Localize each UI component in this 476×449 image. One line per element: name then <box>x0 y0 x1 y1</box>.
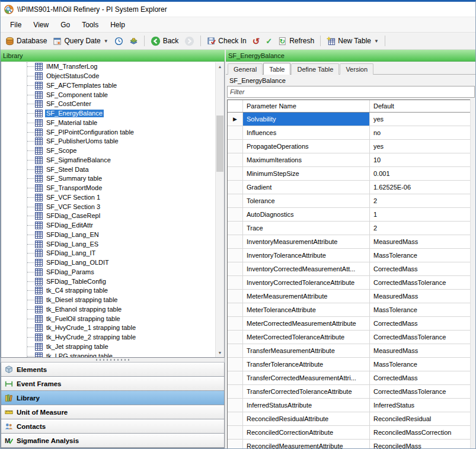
tab-define-table[interactable]: Define Table <box>291 63 339 75</box>
layers-button[interactable] <box>127 36 140 47</box>
undo-button[interactable]: ↺ <box>250 36 263 46</box>
row-selector-cell[interactable] <box>228 303 243 316</box>
row-selector-cell[interactable] <box>228 194 243 207</box>
row-selector-cell[interactable] <box>228 412 243 425</box>
parameter-name-cell[interactable]: MeterToleranceAttribute <box>243 303 370 316</box>
nav-contacts[interactable]: Contacts <box>1 419 224 434</box>
default-value-cell[interactable]: 2 <box>370 194 470 207</box>
table-row[interactable]: Influencesno <box>228 126 470 140</box>
row-selector-cell[interactable] <box>228 140 243 153</box>
tree-item-sfdiag-lang-oldit[interactable]: SFDiag_Lang_OLDIT <box>1 258 216 268</box>
tree-item-tk-c4-strapping-table[interactable]: tk_C4 strapping table <box>1 286 216 296</box>
tree-item-sf-vcf-section-1[interactable]: SF_VCF Section 1 <box>1 193 216 203</box>
tree-item-sf-vcf-section-3[interactable]: SF_VCF Section 3 <box>1 202 216 211</box>
default-value-cell[interactable]: CorrectedMassTolerance <box>370 331 470 344</box>
parameter-name-cell[interactable]: TransferCorrectedToleranceAttribute <box>243 385 370 398</box>
tree-item-tk-jet-strapping-table[interactable]: tk_Jet strapping table <box>1 342 216 352</box>
parameter-name-cell[interactable]: Trace <box>243 222 370 235</box>
tree-item-sf-afctemplates-table[interactable]: SF_AFCTemplates table <box>1 81 216 91</box>
default-value-cell[interactable]: MassTolerance <box>370 303 470 316</box>
parameter-name-cell[interactable]: MeterMeasurementAttribute <box>243 290 370 303</box>
table-row[interactable]: MeterCorrectedToleranceAttributeCorrecte… <box>228 331 470 344</box>
table-row[interactable]: Tolerance2 <box>228 194 470 208</box>
table-row[interactable]: InventoryCorrectedToleranceAttributeCorr… <box>228 276 470 290</box>
default-value-cell[interactable]: 10 <box>370 153 470 166</box>
filter-input[interactable] <box>227 86 475 98</box>
tree-item-tk-fueloil-strapping-table[interactable]: tk_FuelOil strapping table <box>1 314 216 323</box>
table-row[interactable]: InventoryToleranceAttributeMassTolerance <box>228 249 470 262</box>
row-selector-cell[interactable] <box>228 181 243 194</box>
parameter-name-cell[interactable]: InferredStatusAttribute <box>243 399 370 412</box>
new-table-button[interactable]: New Table▼ <box>324 36 381 47</box>
tree-scrollbar[interactable]: ▲ ▼ <box>215 62 224 357</box>
default-value-cell[interactable]: CorrectedMass <box>370 262 470 275</box>
parameter-name-cell[interactable]: AutoDiagnostics <box>243 208 370 221</box>
row-selector-cell[interactable] <box>228 276 243 289</box>
row-selector-cell[interactable] <box>228 235 243 248</box>
panel-splitter[interactable] <box>1 358 225 363</box>
table-row[interactable]: MeterToleranceAttributeMassTolerance <box>228 303 470 317</box>
table-row[interactable]: InventoryMeasurementAttributeMeasuredMas… <box>228 235 470 249</box>
default-value-cell[interactable]: MeasuredMass <box>370 290 470 303</box>
tree-item-tk-lpg-strapping-table[interactable]: tk_LPG strapping table <box>1 351 216 357</box>
tree-item-sfdiag-params[interactable]: SFDiag_Params <box>1 268 216 277</box>
tree-item-sfdiag-lang-en[interactable]: SFDiag_Lang_EN <box>1 230 216 240</box>
row-selector-cell[interactable] <box>228 399 243 412</box>
tree-item-sf-publisheruoms-table[interactable]: SF_PublisherUoms table <box>1 137 216 146</box>
database-button[interactable]: Database <box>3 36 49 47</box>
table-row[interactable]: Gradient1.62525E-06 <box>228 181 470 194</box>
table-row[interactable]: MeterCorrectedMeasurementAttributeCorrec… <box>228 317 470 331</box>
table-row[interactable]: TransferCorrectedToleranceAttributeCorre… <box>228 385 470 399</box>
row-selector-cell[interactable] <box>228 426 243 439</box>
tab-version[interactable]: Version <box>340 63 373 75</box>
default-value-cell[interactable]: no <box>370 126 470 139</box>
nav-sigmafine-analysis[interactable]: MSigmafine Analysis <box>1 434 224 448</box>
table-row[interactable]: ▶Solvabilityyes <box>228 113 470 126</box>
nav-library[interactable]: Library <box>1 391 224 405</box>
menu-help[interactable]: Help <box>104 18 131 31</box>
default-value-cell[interactable]: yes <box>370 140 470 153</box>
back-button[interactable]: Back <box>148 35 181 47</box>
row-selector-cell[interactable] <box>228 153 243 166</box>
tree-item-sf-material-table[interactable]: SF_Material table <box>1 118 216 128</box>
row-selector-cell[interactable] <box>228 126 243 139</box>
default-value-cell[interactable]: MassTolerance <box>370 358 470 371</box>
tree-item-tk-hvycrude-1-strapping-table[interactable]: tk_HvyCrude_1 strapping table <box>1 323 216 333</box>
default-value-cell[interactable]: MeasuredMass <box>370 344 470 357</box>
tree-item-sf-summary-table[interactable]: SF_Summary table <box>1 174 216 184</box>
parameter-name-cell[interactable]: MaximumIterations <box>243 153 370 166</box>
chevron-down-icon[interactable]: ▼ <box>104 39 108 44</box>
default-value-cell[interactable]: 1.62525E-06 <box>370 181 470 194</box>
forward-button[interactable] <box>182 35 197 47</box>
grid-scrollbar[interactable] <box>470 100 475 448</box>
row-selector-cell[interactable] <box>228 331 243 344</box>
row-selector-cell[interactable] <box>228 167 243 180</box>
tree-item-sfdiag-lang-es[interactable]: SFDiag_Lang_ES <box>1 239 216 249</box>
default-value-cell[interactable]: 2 <box>370 222 470 235</box>
query-date-button[interactable]: Query Date▼ <box>50 36 110 47</box>
tree-item-sfdiag-lang-it[interactable]: SFDiag_Lang_IT <box>1 249 216 258</box>
row-selector-cell[interactable] <box>228 208 243 221</box>
tree-item-sf-sigmafinebalance[interactable]: SF_SigmafineBalance <box>1 156 216 165</box>
table-row[interactable]: AutoDiagnostics1 <box>228 208 470 222</box>
menu-file[interactable]: File <box>4 18 27 31</box>
parameter-name-cell[interactable]: Solvability <box>243 113 370 126</box>
row-selector-cell[interactable] <box>228 290 243 303</box>
table-row[interactable]: ReconciledMeasurementAttributeReconciled… <box>228 440 470 448</box>
tree-item-sf-steel-data[interactable]: SF_Steel Data <box>1 165 216 174</box>
parameter-name-cell[interactable]: InventoryCorrectedToleranceAttribute <box>243 276 370 289</box>
tree-item-sf-costcenter[interactable]: SF_CostCenter <box>1 100 216 109</box>
tab-general[interactable]: General <box>228 63 263 75</box>
parameter-name-cell[interactable]: InventoryToleranceAttribute <box>243 249 370 262</box>
parameter-name-cell[interactable]: Influences <box>243 126 370 139</box>
tree-item-sfdiag-editattr[interactable]: SFDiag_EditAttr <box>1 221 216 230</box>
tree-item-sf-component-table[interactable]: SF_Component table <box>1 90 216 100</box>
row-selector-cell[interactable] <box>228 385 243 398</box>
scroll-down-icon[interactable]: ▼ <box>216 348 224 357</box>
parameter-name-cell[interactable]: ReconciledMeasurementAttribute <box>243 440 370 448</box>
nav-event-frames[interactable]: Event Frames <box>1 377 224 391</box>
row-selector-cell[interactable] <box>228 222 243 235</box>
tree-item-tk-hvycrude-2-strapping-table[interactable]: tk_HvyCrude_2 strapping table <box>1 333 216 342</box>
default-value-cell[interactable]: CorrectedMass <box>370 317 470 330</box>
parameter-name-cell[interactable]: TransferCorrectedMeasurementAttri... <box>243 371 370 384</box>
